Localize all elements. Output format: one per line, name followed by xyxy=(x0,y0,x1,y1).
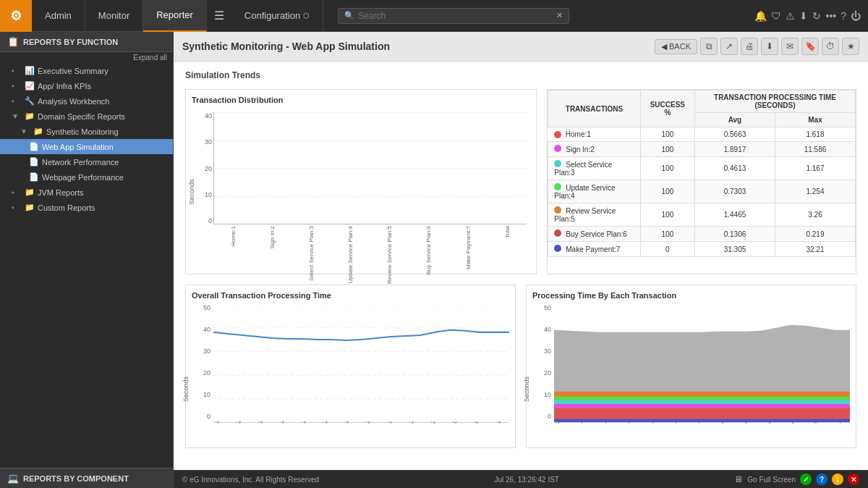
bottom-charts-row: Overall Transaction Processing Time 50 4… xyxy=(185,285,856,448)
processing-by-each-chart: Processing Time By Each Transaction 50 4… xyxy=(526,285,856,448)
th-processing-time: TRANSACTION PROCESSING TIME (SECONDS) xyxy=(694,91,855,113)
sidebar-content: ▪ 📊 Executive Summary ▪ 📈 App/ Infra KPI… xyxy=(0,63,173,468)
y-label-20: 20 xyxy=(205,165,212,172)
sidebar-item-analysis[interactable]: ▪ 🔧 Analysis Workbench xyxy=(0,93,173,109)
td-home-avg: 0.5663 xyxy=(694,127,775,142)
td-buy: Buy Service Plan:6 xyxy=(548,227,640,242)
td-review-max: 3.26 xyxy=(775,203,855,227)
expand-icon: ▪ xyxy=(12,203,22,211)
sidebar-item-executive-summary[interactable]: ▪ 📊 Executive Summary xyxy=(0,63,173,78)
expand-icon: ▪ xyxy=(12,97,22,105)
nav-reporter[interactable]: Reporter xyxy=(143,0,207,32)
x-axis-line1: 13:00 14:00 15:00 16:00 17:00 18:00 19:0… xyxy=(213,421,509,442)
sidebar-bottom: 💻 REPORTS BY COMPONENT xyxy=(0,468,173,488)
status-green[interactable]: ✓ xyxy=(800,474,812,485)
table-row: Sign In:2 100 1.8917 11.586 xyxy=(548,142,856,157)
line-chart-area-2: 50 40 30 20 10 0 xyxy=(532,304,850,442)
search-input[interactable] xyxy=(358,11,550,21)
sidebar-item-network-performance[interactable]: 📄 Network Performance xyxy=(0,154,173,169)
sidebar: 📋 REPORTS BY FUNCTION Expand all ▪ 📊 Exe… xyxy=(0,32,174,488)
chart-title-distribution: Transaction Distribution xyxy=(192,96,530,104)
alert-icon[interactable]: ⚠ xyxy=(786,10,795,22)
chart-title-each: Processing Time By Each Transaction xyxy=(532,291,850,300)
status-red[interactable]: ✕ xyxy=(848,474,859,485)
expand-icon: ▪ xyxy=(12,82,22,90)
schedule-button[interactable]: ⏱ xyxy=(822,38,839,55)
td-payment: Make Payment:7 xyxy=(548,242,640,257)
y-axis-values: 40 30 20 10 0 xyxy=(192,112,212,224)
sidebar-header-icon: 📋 xyxy=(7,36,19,47)
folder-icon: 📁 xyxy=(25,203,35,212)
x-label-total: Total xyxy=(488,226,527,241)
share-button[interactable]: ↗ xyxy=(720,38,738,55)
status-yellow[interactable]: i xyxy=(832,474,843,485)
copy-button[interactable]: ⧉ xyxy=(700,38,718,55)
doc-icon: 📄 xyxy=(29,142,39,151)
y-label-10: 10 xyxy=(205,191,212,198)
doc-icon: 📄 xyxy=(29,172,39,182)
sidebar-item-webpage-performance[interactable]: 📄 Webpage Performance xyxy=(0,169,173,185)
td-signin-max: 11.586 xyxy=(775,142,855,157)
td-select-success: 100 xyxy=(640,157,694,180)
status-blue[interactable]: ? xyxy=(816,474,827,485)
overall-processing-chart: Overall Transaction Processing Time 50 4… xyxy=(185,285,516,448)
star-button[interactable]: ★ xyxy=(842,38,859,55)
transaction-table: TRANSACTIONS SUCCESS % TRANSACTION PROCE… xyxy=(548,90,856,257)
dot-signin xyxy=(554,145,561,152)
nav-monitor[interactable]: Monitor xyxy=(85,0,143,32)
nav-admin[interactable]: Admin xyxy=(32,0,85,32)
sidebar-item-web-app-simulation[interactable]: 📄 Web App Simulation xyxy=(0,139,173,154)
sidebar-item-domain-specific[interactable]: ▼ 📁 Domain Specific Reports xyxy=(0,109,173,124)
timestamp-text: Jul 26, 13:26:42 IST xyxy=(494,476,559,484)
shield-icon[interactable]: 🛡 xyxy=(771,10,781,22)
bar-chart-area: Seconds xyxy=(192,109,530,268)
sidebar-item-jvm-reports[interactable]: ▪ 📁 JVM Reports xyxy=(0,185,173,200)
copyright-text: © eG Innovations, Inc. All Rights Reserv… xyxy=(182,476,319,484)
bookmark-button[interactable]: 🔖 xyxy=(801,38,819,55)
download-icon[interactable]: ⬇ xyxy=(799,10,808,22)
grid-line xyxy=(214,140,527,141)
refresh-icon[interactable]: ↻ xyxy=(812,10,821,22)
full-screen-label[interactable]: Go Full Screen xyxy=(747,476,796,484)
grid-line xyxy=(214,168,527,169)
transaction-distribution-chart: Transaction Distribution Seconds xyxy=(185,89,537,274)
td-review: Review Service Plan:5 xyxy=(548,203,640,227)
grid-line xyxy=(214,112,527,113)
th-max: Max xyxy=(775,113,855,127)
config-expand-icon: ⬡ xyxy=(303,12,310,20)
page-title: Synthetic Monitoring - Web App Simulatio… xyxy=(182,41,390,52)
sidebar-item-synthetic-monitoring[interactable]: ▼ 📁 Synthetic Monitoring xyxy=(0,124,173,139)
more-icon[interactable]: ••• xyxy=(825,10,836,22)
dot-buy xyxy=(554,230,561,237)
dot-select xyxy=(554,160,561,167)
chart-title-overall: Overall Transaction Processing Time xyxy=(192,291,509,300)
y-label-30: 30 xyxy=(205,138,212,146)
th-success: SUCCESS % xyxy=(640,91,694,127)
power-icon[interactable]: ⏻ xyxy=(851,10,861,22)
nav-configuration[interactable]: Configuration ⬡ xyxy=(231,0,323,32)
print-button[interactable]: 🖨 xyxy=(741,38,758,55)
email-button[interactable]: ✉ xyxy=(781,38,799,55)
search-close-icon[interactable]: ✕ xyxy=(556,11,563,20)
td-payment-avg: 31.305 xyxy=(694,242,775,257)
sidebar-item-custom-reports[interactable]: ▪ 📁 Custom Reports xyxy=(0,200,173,215)
x-label-update: Update Service Plan:4 xyxy=(331,226,370,287)
expand-icon: ▼ xyxy=(12,112,22,120)
search-bar: 🔍 ✕ xyxy=(338,8,569,24)
back-button[interactable]: ◀ BACK xyxy=(655,39,697,54)
bell-icon[interactable]: 🔔 xyxy=(754,10,767,22)
help-icon[interactable]: ? xyxy=(841,10,846,22)
top-charts-row: Transaction Distribution Seconds xyxy=(185,89,856,274)
hamburger-menu[interactable]: ☰ xyxy=(207,0,231,32)
td-signin: Sign In:2 xyxy=(548,142,640,157)
td-buy-avg: 0.1306 xyxy=(694,227,775,242)
sidebar-item-app-infra[interactable]: ▪ 📈 App/ Infra KPIs xyxy=(0,78,173,93)
td-home: Home:1 xyxy=(548,127,640,141)
pdf-button[interactable]: ⬇ xyxy=(761,38,778,55)
monitor-icon: 🖥 xyxy=(734,474,743,484)
td-select-max: 1.167 xyxy=(775,157,855,180)
expand-all-button[interactable]: Expand all xyxy=(0,52,173,63)
td-select: Select Service Plan:3 xyxy=(548,157,640,180)
logo-button[interactable]: ⚙ xyxy=(0,0,32,32)
svg-marker-11 xyxy=(554,400,850,404)
